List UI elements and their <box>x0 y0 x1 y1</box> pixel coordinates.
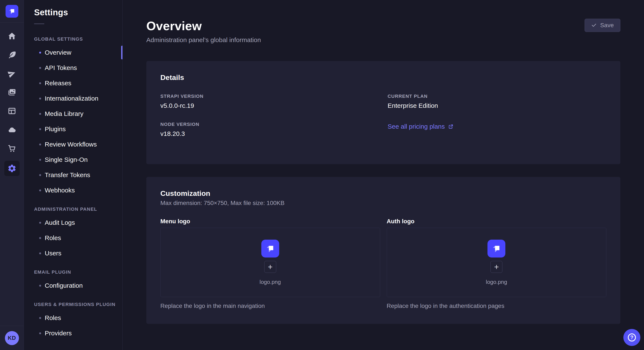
subnav-item-up-roles[interactable]: Roles <box>24 310 122 326</box>
nav-marketplace-button[interactable] <box>7 143 17 154</box>
email-plugin-list: Configuration <box>24 278 122 293</box>
subnav-item-label: Audit Logs <box>45 219 75 226</box>
details-right-column: CURRENT PLAN Enterprise Edition See all … <box>388 94 606 150</box>
layout-panel-icon <box>7 106 16 116</box>
users-permissions-list: Roles Providers <box>24 310 122 341</box>
settings-subnav: Settings GLOBAL SETTINGS Overview API To… <box>24 0 123 350</box>
strapi-version-field: STRAPI VERSION v5.0.0-rc.19 <box>160 94 379 109</box>
subnav-item-admin-users[interactable]: Users <box>24 246 122 261</box>
auth-logo-filename: logo.png <box>486 279 507 285</box>
subnav-item-transfer-tokens[interactable]: Transfer Tokens <box>24 167 122 183</box>
bullet-icon <box>39 189 41 191</box>
main-nav-rail: KD <box>0 0 24 350</box>
current-plan-field: CURRENT PLAN Enterprise Edition <box>388 94 606 109</box>
customization-card-title: Customization <box>160 189 606 197</box>
strapi-mark-icon <box>265 243 276 254</box>
bullet-icon <box>39 252 41 254</box>
auth-logo-hint: Replace the logo in the authentication p… <box>387 303 606 309</box>
pictures-icon <box>7 88 16 97</box>
check-icon <box>591 22 597 28</box>
auth-logo-upload-box[interactable]: + logo.png <box>387 228 606 297</box>
auth-logo-label: Auth logo <box>387 218 606 225</box>
shopping-cart-icon <box>7 144 16 153</box>
bullet-icon <box>39 174 41 176</box>
node-version-label: NODE VERSION <box>160 122 379 127</box>
page-subtitle: Administration panel’s global informatio… <box>146 36 620 44</box>
subnav-item-label: Media Library <box>45 110 84 117</box>
send-plane-icon <box>7 69 16 78</box>
strapi-mark-icon <box>8 7 16 15</box>
cloud-icon <box>7 125 16 134</box>
home-icon <box>7 31 16 41</box>
subnav-item-plugins[interactable]: Plugins <box>24 121 122 137</box>
bullet-icon <box>39 82 41 84</box>
subnav-item-label: Single Sign-On <box>45 156 88 163</box>
strapi-version-label: STRAPI VERSION <box>160 94 379 99</box>
customization-card: Customization Max dimension: 750×750, Ma… <box>146 177 620 324</box>
bullet-icon <box>39 67 41 69</box>
menu-logo-upload-box[interactable]: + logo.png <box>160 228 380 297</box>
save-button-label: Save <box>600 22 614 29</box>
menu-logo-label: Menu logo <box>160 218 380 225</box>
bullet-icon <box>39 332 41 334</box>
subnav-item-up-providers[interactable]: Providers <box>24 326 122 341</box>
details-grid: STRAPI VERSION v5.0.0-rc.19 NODE VERSION… <box>160 94 606 150</box>
subnav-item-media-library[interactable]: Media Library <box>24 106 122 121</box>
rail-icon-list <box>0 22 24 326</box>
auth-logo-block: Auth logo + logo.png Replace the logo in… <box>387 218 606 309</box>
help-button[interactable]: ? <box>623 329 640 346</box>
pricing-plans-link[interactable]: See all pricing plans <box>388 123 454 130</box>
subnav-item-label: API Tokens <box>45 64 77 71</box>
page-header: Overview Administration panel’s global i… <box>146 19 620 44</box>
bullet-icon <box>39 52 41 54</box>
bullet-icon <box>39 98 41 100</box>
menu-logo-filename: logo.png <box>260 279 281 285</box>
nav-settings-button[interactable] <box>4 161 20 176</box>
auth-logo-preview <box>488 240 505 257</box>
external-link-icon <box>448 124 454 130</box>
auth-logo-add-button[interactable]: + <box>490 261 502 273</box>
global-settings-list: Overview API Tokens Releases Internation… <box>24 45 122 198</box>
menu-logo-block: Menu logo + logo.png Replace the logo in… <box>160 218 380 309</box>
logo-upload-grid: Menu logo + logo.png Replace the logo in… <box>160 218 606 309</box>
save-button[interactable]: Save <box>584 19 620 32</box>
nav-cloud-button[interactable] <box>7 125 17 135</box>
subnav-item-audit-logs[interactable]: Audit Logs <box>24 215 122 230</box>
subnav-item-internationalization[interactable]: Internationalization <box>24 91 122 106</box>
details-card: Details STRAPI VERSION v5.0.0-rc.19 NODE… <box>146 61 620 164</box>
subnav-title: Settings <box>34 8 122 17</box>
plus-icon: + <box>268 263 272 271</box>
current-plan-value: Enterprise Edition <box>388 102 606 109</box>
bullet-icon <box>39 113 41 115</box>
active-indicator <box>121 46 122 59</box>
subnav-item-label: Roles <box>45 234 61 242</box>
nav-media-library-button[interactable] <box>7 87 17 97</box>
nav-content-button[interactable] <box>7 50 17 60</box>
user-avatar[interactable]: KD <box>5 331 19 345</box>
subnav-item-label: Users <box>45 250 61 257</box>
subnav-item-review-workflows[interactable]: Review Workflows <box>24 137 122 152</box>
nav-content-type-builder-button[interactable] <box>7 106 17 116</box>
section-label-global-settings: GLOBAL SETTINGS <box>34 36 122 42</box>
subnav-item-webhooks[interactable]: Webhooks <box>24 183 122 198</box>
strapi-logo-icon[interactable] <box>6 5 18 18</box>
subnav-item-single-sign-on[interactable]: Single Sign-On <box>24 152 122 167</box>
section-label-users-permissions-plugin: USERS & PERMISSIONS PLUGIN <box>34 302 122 307</box>
workspace-logo-block <box>0 0 24 22</box>
subnav-item-api-tokens[interactable]: API Tokens <box>24 60 122 75</box>
node-version-value: v18.20.3 <box>160 130 379 137</box>
menu-logo-add-button[interactable]: + <box>264 261 276 273</box>
bullet-icon <box>39 144 41 146</box>
subnav-divider <box>34 24 44 24</box>
feather-pen-icon <box>7 50 16 59</box>
subnav-item-label: Releases <box>45 80 71 87</box>
subnav-item-label: Webhooks <box>45 187 75 194</box>
nav-releases-button[interactable] <box>7 68 17 79</box>
subnav-item-overview[interactable]: Overview <box>24 45 122 60</box>
subnav-item-releases[interactable]: Releases <box>24 75 122 91</box>
nav-home-button[interactable] <box>7 31 17 41</box>
subnav-item-label: Overview <box>45 49 71 56</box>
subnav-item-admin-roles[interactable]: Roles <box>24 230 122 246</box>
bullet-icon <box>39 222 41 224</box>
subnav-item-email-configuration[interactable]: Configuration <box>24 278 122 293</box>
